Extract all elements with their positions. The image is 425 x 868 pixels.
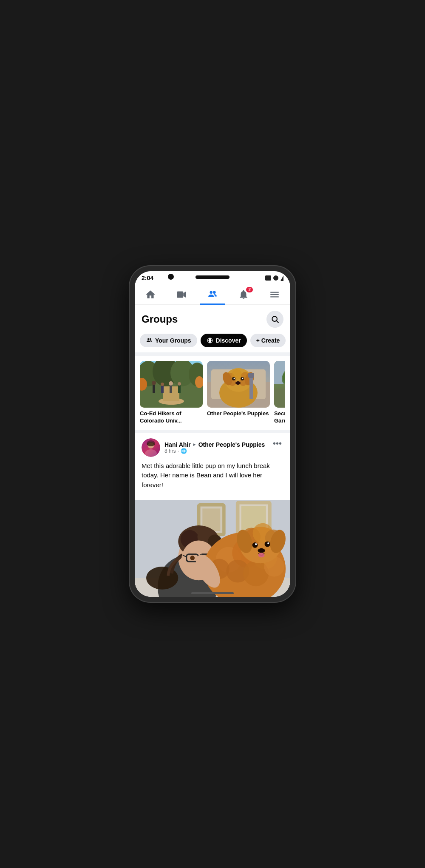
home-icon xyxy=(144,289,156,301)
nav-item-menu[interactable] xyxy=(262,286,287,304)
nav-bar: 2 xyxy=(135,283,290,305)
your-groups-pill[interactable]: Your Groups xyxy=(140,334,197,347)
post-user: Hani Ahir ► Other People's Puppies 8 hrs… xyxy=(142,438,265,457)
groups-header: Groups xyxy=(135,305,290,331)
group-card-garden-name: Secrets to Seasonal Gard... xyxy=(274,410,285,425)
nav-item-groups[interactable] xyxy=(200,286,225,305)
nav-item-video[interactable] xyxy=(169,286,194,304)
groups-title: Groups xyxy=(142,313,178,325)
video-icon xyxy=(176,289,187,301)
create-pill[interactable]: + Create xyxy=(250,334,286,347)
svg-point-21 xyxy=(161,383,164,386)
group-card-hikers-name: Co-Ed Hikers of Colorado Univ... xyxy=(140,410,203,425)
svg-rect-20 xyxy=(161,386,164,393)
svg-point-3 xyxy=(213,291,216,294)
content-scroll[interactable]: Groups Your Groups xyxy=(135,305,290,597)
group-card-hikers[interactable]: Co-Ed Hikers of Colorado Univ... xyxy=(140,361,203,425)
svg-line-5 xyxy=(277,321,279,323)
status-icons xyxy=(265,275,283,281)
svg-point-42 xyxy=(235,381,241,385)
svg-point-40 xyxy=(234,378,235,379)
search-button[interactable] xyxy=(266,311,283,328)
status-time: 2:04 xyxy=(142,275,153,281)
signal-dot-icon xyxy=(273,275,278,281)
group-card-hikers-img xyxy=(140,361,203,408)
svg-point-117 xyxy=(265,542,270,547)
signal-strength-icon xyxy=(280,275,283,281)
post-image xyxy=(135,500,290,597)
svg-point-41 xyxy=(242,378,244,379)
svg-rect-18 xyxy=(153,384,155,393)
your-groups-label: Your Groups xyxy=(155,337,191,344)
groups-grid: Co-Ed Hikers of Colorado Univ... xyxy=(140,361,285,430)
discover-pill[interactable]: Discover xyxy=(201,334,247,347)
filter-row: Your Groups Discover + Create xyxy=(135,331,290,352)
svg-point-23 xyxy=(169,381,173,386)
post-header: Hani Ahir ► Other People's Puppies 8 hrs… xyxy=(142,438,283,457)
avatar[interactable] xyxy=(142,438,160,457)
svg-point-102 xyxy=(190,556,195,560)
svg-point-6 xyxy=(147,338,149,340)
post-user-name-row: Hani Ahir ► Other People's Puppies xyxy=(164,441,265,448)
svg-point-2 xyxy=(210,291,212,294)
create-label: + Create xyxy=(256,337,280,344)
post-text: Met this adorable little pup on my lunch… xyxy=(142,461,283,490)
nav-item-home[interactable] xyxy=(138,286,163,304)
svg-point-119 xyxy=(267,542,269,544)
svg-point-81 xyxy=(147,442,155,446)
post-user-info: Hani Ahir ► Other People's Puppies 8 hrs… xyxy=(164,441,265,454)
group-card-garden[interactable]: Secrets to Seasonal Gard... xyxy=(274,361,285,425)
camera xyxy=(168,274,174,280)
post-time: 8 hrs xyxy=(164,448,176,454)
group-card-garden-img xyxy=(274,361,285,408)
svg-point-7 xyxy=(150,338,151,340)
svg-point-25 xyxy=(178,382,181,386)
post-more-button[interactable]: ••• xyxy=(271,438,283,448)
post-card: Hani Ahir ► Other People's Puppies 8 hrs… xyxy=(135,433,290,500)
phone-bottom-bar xyxy=(191,592,234,594)
post-author-name: Hani Ahir xyxy=(164,441,191,448)
phone-screen: 2:04 xyxy=(135,271,290,597)
speaker xyxy=(196,275,230,279)
svg-point-121 xyxy=(258,553,265,558)
svg-rect-46 xyxy=(248,373,254,378)
phone-frame: 2:04 xyxy=(130,266,295,602)
svg-rect-0 xyxy=(177,291,183,298)
group-card-puppies[interactable]: Other People's Puppies xyxy=(207,361,270,425)
svg-rect-49 xyxy=(274,389,285,408)
divider-1 xyxy=(135,352,290,356)
group-card-puppies-name: Other People's Puppies xyxy=(207,410,270,417)
svg-point-120 xyxy=(258,548,265,553)
svg-point-4 xyxy=(272,316,277,321)
svg-point-116 xyxy=(252,542,258,548)
post-group-link[interactable]: Other People's Puppies xyxy=(198,441,265,448)
post-meta: 8 hrs · 🌐 xyxy=(164,448,265,454)
svg-rect-22 xyxy=(170,385,172,393)
discover-label: Discover xyxy=(216,337,241,344)
group-card-puppies-img xyxy=(207,361,270,408)
battery-icon xyxy=(265,275,271,281)
groups-grid-section: Co-Ed Hikers of Colorado Univ... xyxy=(135,356,290,430)
post-divider xyxy=(135,430,290,433)
visibility-icon: 🌐 xyxy=(181,448,187,454)
arrow-icon: ► xyxy=(193,442,197,447)
svg-point-19 xyxy=(152,381,156,385)
svg-marker-1 xyxy=(183,291,186,298)
dot-separator: · xyxy=(178,448,179,454)
svg-point-118 xyxy=(255,543,257,545)
svg-rect-24 xyxy=(178,385,181,393)
notification-badge: 2 xyxy=(246,287,253,292)
menu-icon xyxy=(269,289,280,301)
groups-icon xyxy=(207,288,218,300)
nav-item-notifications[interactable]: 2 xyxy=(231,286,256,304)
